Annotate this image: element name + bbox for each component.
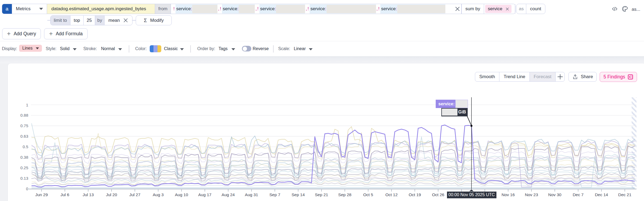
x-axis-tick-label: Sep 14 [292, 192, 305, 197]
y-axis-tick-label: 0.5 [1, 144, 28, 149]
x-axis-tick-label: Jul 13 [83, 192, 94, 197]
tooltip-connector-line[interactable] [467, 116, 471, 126]
series-line[interactable] [31, 181, 635, 185]
timeseries-chart[interactable] [0, 0, 644, 201]
y-axis-tick-label: 0.25 [1, 165, 28, 170]
tooltip-redacted-value [455, 100, 468, 108]
y-axis-tick-label: 0.63 [1, 134, 28, 138]
y-axis-tick-label: 0 [1, 186, 28, 191]
y-axis-tick-label: 0.88 [1, 113, 28, 117]
series-line[interactable] [31, 137, 635, 187]
hover-tooltip-tag: service: [436, 100, 468, 108]
x-axis-tick-label: Oct 26 [432, 192, 444, 197]
x-axis-tick-label: Oct 5 [363, 192, 373, 197]
x-axis-tick-label: Nov 30 [548, 192, 561, 197]
time-tooltip-caret [469, 189, 474, 191]
cursor-dot[interactable] [471, 125, 473, 127]
hover-tooltip-value: GiB [441, 108, 468, 116]
x-axis-tick-label: Sep 28 [338, 192, 351, 197]
x-axis-tick-label: Sep 7 [269, 192, 280, 197]
x-axis-tick-label: Jun 29 [35, 192, 48, 197]
tooltip-unit: GiB [457, 110, 467, 115]
series-line[interactable] [31, 156, 635, 171]
y-axis-tick-label: 1 [1, 103, 28, 107]
series-line[interactable] [31, 133, 635, 160]
y-axis-tick-label: 0.38 [1, 155, 28, 160]
x-axis-tick-label: Nov 23 [525, 192, 538, 197]
time-tooltip: 00:00 Nov 05 2025 UTC [447, 192, 496, 198]
y-axis-tick-label: 0.13 [1, 176, 28, 181]
x-axis-tick-label: Jul 27 [129, 192, 140, 197]
x-axis-tick-label: Aug 17 [198, 192, 212, 197]
tooltip-tag-label: service: [436, 100, 455, 108]
x-axis-tick-label: Dec 7 [573, 192, 584, 197]
x-axis-tick-label: Oct 12 [385, 192, 398, 197]
series-line[interactable] [31, 183, 635, 185]
future-projection-band[interactable] [632, 97, 636, 189]
x-axis-tick-label: Nov 16 [502, 192, 515, 197]
x-axis-tick-label: Aug 10 [175, 192, 188, 197]
time-tooltip-text: 00:00 Nov 05 2025 UTC [448, 192, 495, 197]
x-axis-tick-label: Jul 20 [106, 192, 117, 197]
x-axis-tick-label: Aug 24 [221, 192, 235, 197]
x-axis-tick-label: Sep 21 [315, 192, 328, 197]
series-line[interactable] [31, 185, 635, 186]
tooltip-redacted-number [442, 109, 457, 116]
x-axis-tick-label: Dec 14 [595, 192, 608, 197]
x-axis-tick-label: Jul 6 [60, 192, 69, 197]
x-axis-tick-label: Dec 21 [618, 192, 631, 197]
x-axis-tick-label: Oct 19 [409, 192, 421, 197]
x-axis-tick-label: Aug 31 [245, 192, 258, 197]
x-axis-tick-label: Aug 3 [153, 192, 164, 197]
y-axis-tick-label: 0.75 [1, 123, 28, 128]
